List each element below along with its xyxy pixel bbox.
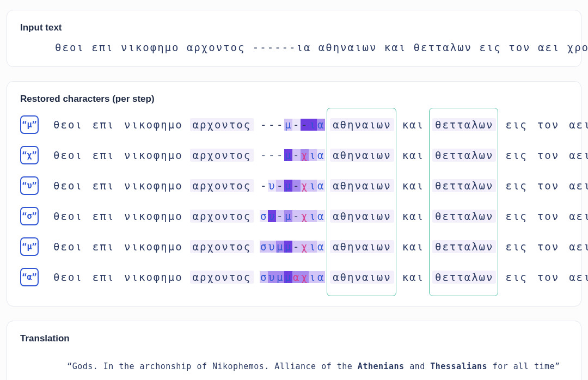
token: τον [535, 271, 562, 284]
token: αρχοντος [190, 179, 254, 192]
restored-char: μ [276, 241, 284, 253]
token: νικοφημο [121, 118, 186, 131]
token: επι [90, 118, 117, 131]
translation-title: Translation [20, 333, 568, 344]
token-thessalians: θετταλων [432, 271, 497, 284]
restored-char: - [268, 119, 276, 131]
token: εις [503, 210, 530, 223]
token: θεοι [51, 179, 85, 192]
token-thessalians: θετταλων [432, 149, 497, 162]
translation-card: Translation “Gods. In the archonship of … [7, 321, 581, 380]
restored-char: μ [284, 271, 292, 283]
restored-char: α [317, 271, 325, 283]
word-stream: θεοιεπινικοφημοαρχοντοςσυμμαχιααθηναιωνκ… [51, 271, 588, 284]
token: και [400, 240, 427, 253]
restored-char: μ [284, 210, 292, 222]
token-athenians: αθηναιων [330, 149, 394, 162]
restored-slot: συμμαχια [258, 271, 327, 284]
restored-char: α [317, 149, 325, 161]
token: αει [566, 210, 588, 223]
token: αρχοντος [190, 240, 254, 253]
restored-char: χ [301, 241, 309, 253]
token-athenians: αθηναιων [330, 179, 394, 192]
restored-char: - [276, 210, 284, 222]
token: επι [90, 149, 117, 162]
step-badge: “μ” [20, 115, 39, 134]
restored-char: υ [268, 241, 276, 253]
token: τον [535, 149, 562, 162]
restored-char: σ [260, 241, 268, 253]
token: επι [90, 271, 117, 284]
word-stream: θεοιεπινικοφημοαρχοντος---μ--ιααθηναιωνκ… [51, 118, 588, 131]
restored-char: μ [284, 180, 292, 192]
restored-slot: ---μ-χια [258, 149, 327, 162]
token: νικοφημο [121, 271, 186, 284]
restored-char: ι [309, 241, 317, 253]
restored-char: ι [309, 180, 317, 192]
token: θεοι [51, 240, 85, 253]
token: αει [566, 149, 588, 162]
step-badge: “υ” [20, 176, 39, 195]
restored-char: - [268, 149, 276, 161]
token: και [400, 149, 427, 162]
token: θεοι [51, 210, 85, 223]
translation-suffix: for all time” [487, 361, 560, 371]
restored-char: - [260, 119, 268, 131]
step-row: “α”θεοιεπινικοφημοαρχοντοςσυμμαχιααθηναι… [20, 268, 568, 286]
token: και [400, 179, 427, 192]
restored-char: χ [301, 149, 309, 161]
restored-char: μ [276, 271, 284, 283]
input-card: Input text θεοι επι νικοφημο αρχοντος --… [7, 10, 581, 67]
token: νικοφημο [121, 240, 186, 253]
token: νικοφημο [121, 210, 186, 223]
restored-char: - [292, 180, 301, 192]
token: αει [566, 179, 588, 192]
restored-char: χ [301, 180, 309, 192]
token: τον [535, 118, 562, 131]
restored-char: - [276, 180, 284, 192]
restored-char: α [317, 241, 325, 253]
restored-char: υ [268, 271, 276, 283]
translation-bold-thessalians: Thessalians [430, 361, 487, 371]
restored-slot: ---μ--ια [258, 118, 327, 131]
restored-char: - [292, 241, 301, 253]
token-athenians: αθηναιων [330, 210, 394, 223]
restored-title: Restored characters (per step) [20, 94, 568, 105]
restored-char: - [276, 149, 284, 161]
restored-char: ι [309, 149, 317, 161]
translation-prefix: “Gods. In the archonship of Nikophemos. … [67, 361, 358, 371]
token: θεοι [51, 271, 85, 284]
restored-slot: συμμ-χια [258, 240, 327, 253]
restored-char: σ [260, 210, 268, 222]
step-badge: “α” [20, 268, 39, 286]
translation-text: “Gods. In the archonship of Nikophemos. … [20, 352, 568, 380]
token: επι [90, 240, 117, 253]
word-stream: θεοιεπινικοφημοαρχοντος-υ-μ-χιααθηναιωνκ… [51, 179, 588, 192]
restored-char: - [276, 119, 284, 131]
restored-char: υ [268, 210, 276, 222]
step-badge: “χ” [20, 146, 39, 164]
word-stream: θεοιεπινικοφημοαρχοντοςσυμμ-χιααθηναιωνκ… [51, 240, 588, 253]
step-badge: “μ” [20, 237, 39, 256]
token: και [400, 271, 427, 284]
restored-slot: συ-μ-χια [258, 210, 327, 223]
input-title: Input text [20, 22, 568, 33]
token: εις [503, 271, 530, 284]
token: νικοφημο [121, 179, 186, 192]
step-badge: “σ” [20, 207, 39, 225]
step-row: “χ”θεοιεπινικοφημοαρχοντος---μ-χιααθηναι… [20, 146, 568, 164]
word-stream: θεοιεπινικοφημοαρχοντοςσυ-μ-χιααθηναιωνκ… [51, 210, 588, 223]
token: αει [566, 240, 588, 253]
token: θεοι [51, 149, 85, 162]
token-thessalians: θετταλων [432, 240, 497, 253]
restored-char: - [292, 210, 301, 222]
restored-char: υ [268, 180, 276, 192]
restored-char: σ [260, 271, 268, 283]
token: αρχοντος [190, 118, 254, 131]
step-list: “μ”θεοιεπινικοφημοαρχοντος---μ--ιααθηναι… [20, 115, 568, 286]
restored-char: - [292, 119, 301, 131]
restored-char: α [292, 271, 301, 283]
step-row: “μ”θεοιεπινικοφημοαρχοντος---μ--ιααθηναι… [20, 115, 568, 134]
restored-char: ι [309, 119, 317, 131]
step-row: “σ”θεοιεπινικοφημοαρχοντοςσυ-μ-χιααθηναι… [20, 207, 568, 225]
